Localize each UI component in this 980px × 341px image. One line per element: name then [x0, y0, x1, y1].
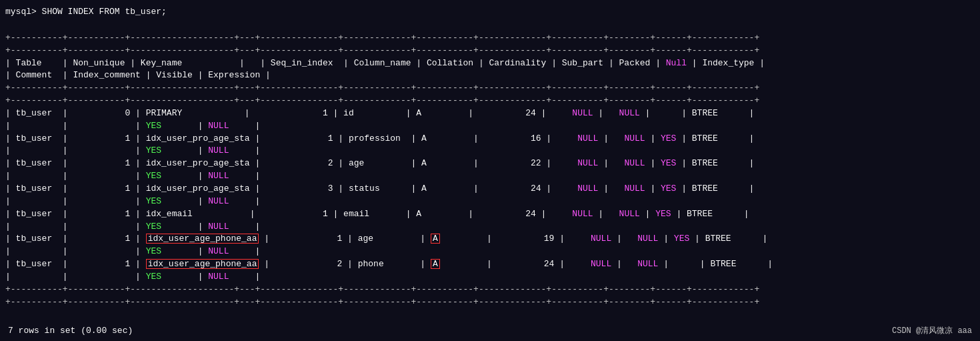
row2b3: | — [229, 145, 260, 155]
row1a4: | | BTREE | — [640, 108, 755, 118]
row2a2: | — [598, 133, 624, 143]
row2a4: | — [645, 133, 661, 143]
row-count: 7 rows in set (0.00 sec) — [8, 326, 133, 336]
row2b2: | — [161, 145, 208, 155]
null-header: Null — [666, 58, 687, 68]
row4b: | | | — [5, 196, 146, 206]
row7a-post2: | 24 | — [440, 259, 591, 269]
null-3b: NULL — [208, 171, 229, 181]
row1b3: | — [229, 121, 260, 131]
row6a5: | — [658, 234, 673, 244]
row6b2: | — [161, 246, 208, 256]
yes-5a: YES — [655, 209, 671, 219]
row3a: | tb_user | 1 | idx_user_pro_age_sta | 2… — [5, 158, 577, 168]
row4a4: | — [645, 184, 661, 194]
collation-A-1-highlight: A — [431, 234, 440, 244]
row6b3: | — [229, 246, 260, 256]
row7a5: | | BTREE | — [658, 259, 773, 269]
row4b2: | — [161, 196, 208, 206]
row3a5: | BTREE | — [676, 158, 754, 168]
row5a4: | — [640, 209, 655, 219]
null-7b: NULL — [208, 272, 229, 282]
row7b: | | | — [5, 272, 146, 282]
yes-2a: YES — [661, 133, 676, 143]
footer: 7 rows in set (0.00 sec) CSDN @清风微凉 aaa — [5, 325, 975, 336]
null-7a: NULL — [591, 259, 611, 269]
null-6b: NULL — [208, 246, 229, 256]
row5a: | tb_user | 1 | idx_email | 1 | email | … — [5, 209, 572, 219]
yes-3b: YES — [146, 171, 161, 181]
yes-1b: YES — [146, 121, 161, 131]
row4a2: | — [598, 184, 624, 194]
row1b2: | — [161, 121, 208, 131]
yes-4b: YES — [146, 196, 161, 206]
row6b: | | | — [5, 246, 146, 256]
row6a3: | — [611, 234, 637, 244]
yes-6b: YES — [146, 246, 161, 256]
row3b2: | — [161, 171, 208, 181]
row1a2: | — [593, 108, 619, 118]
yes-3a: YES — [661, 158, 676, 168]
row7b3: | — [229, 272, 260, 282]
row3b3: | — [229, 171, 260, 181]
yes-6a: YES — [674, 234, 689, 244]
row7b2: | — [161, 272, 208, 282]
brand: CSDN @清风微凉 aaa — [892, 325, 972, 336]
null-1a3: NULL — [619, 108, 640, 118]
row1b: | | | — [5, 121, 146, 131]
row4a: | tb_user | 1 | idx_user_pro_age_sta | 3… — [5, 184, 577, 194]
null-4a: NULL — [577, 184, 598, 194]
yes-5b: YES — [146, 222, 161, 232]
row5b3: | — [229, 222, 260, 232]
row2a5: | BTREE | — [676, 133, 754, 143]
header-row: | Table | Non_unique | Key_name | | Seq_… — [5, 58, 666, 68]
row7a-post: | 2 | phone | — [259, 259, 430, 269]
row7a-pre: | tb_user | 1 | — [5, 259, 146, 269]
row4a5: | BTREE | — [676, 184, 754, 194]
null-6a4: NULL — [637, 234, 658, 244]
yes-7b: YES — [146, 272, 161, 282]
null-6a: NULL — [591, 234, 611, 244]
terminal-window: mysql> SHOW INDEX FROM tb_user; +-------… — [0, 0, 980, 341]
row6a-post2: | 19 | — [440, 234, 591, 244]
null-3a: NULL — [577, 158, 598, 168]
null-3a3: NULL — [624, 158, 645, 168]
collation-A-2-highlight: A — [431, 259, 440, 269]
null-7a4: NULL — [637, 259, 658, 269]
yes-2b: YES — [146, 145, 161, 155]
null-2a: NULL — [577, 133, 598, 143]
null-5a3: NULL — [619, 209, 640, 219]
row6a6: | BTREE | — [689, 234, 767, 244]
sep-top: +----------+-----------+----------------… — [5, 33, 759, 55]
table-output: +----------+-----------+----------------… — [5, 19, 975, 321]
row3b: | | | — [5, 171, 146, 181]
sep-bottom: +----------+-----------+----------------… — [5, 284, 759, 307]
null-2a3: NULL — [624, 133, 645, 143]
row5a2: | — [593, 209, 619, 219]
row5a5: | BTREE | — [671, 209, 749, 219]
row3a4: | — [645, 158, 661, 168]
null-5b: NULL — [208, 222, 229, 232]
row4b3: | — [229, 196, 260, 206]
null-4b: NULL — [208, 196, 229, 206]
yes-4a: YES — [661, 184, 676, 194]
null-1a: NULL — [572, 108, 593, 118]
row5b2: | — [161, 222, 208, 232]
sep-header: +----------+-----------+----------------… — [5, 83, 759, 105]
idx-age-phone-2-highlight: idx_user_age_phone_aa — [146, 259, 259, 269]
row2a: | tb_user | 1 | idx_user_pro_age_sta | 1… — [5, 133, 577, 143]
row2b: | | | — [5, 145, 146, 155]
idx-age-phone-1-highlight: idx_user_age_phone_aa — [146, 234, 259, 244]
row7a3: | — [611, 259, 637, 269]
command-line: mysql> SHOW INDEX FROM tb_user; — [5, 7, 975, 17]
null-5a: NULL — [572, 209, 593, 219]
row3a2: | — [598, 158, 624, 168]
null-2b: NULL — [208, 145, 229, 155]
row6a-post: | 1 | age | — [259, 234, 430, 244]
row6a-pre: | tb_user | 1 | — [5, 234, 146, 244]
null-1b: NULL — [208, 121, 229, 131]
row1a: | tb_user | 0 | PRIMARY | 1 | id | A | 2… — [5, 108, 572, 118]
row5b: | | | — [5, 222, 146, 232]
null-4a3: NULL — [624, 184, 645, 194]
